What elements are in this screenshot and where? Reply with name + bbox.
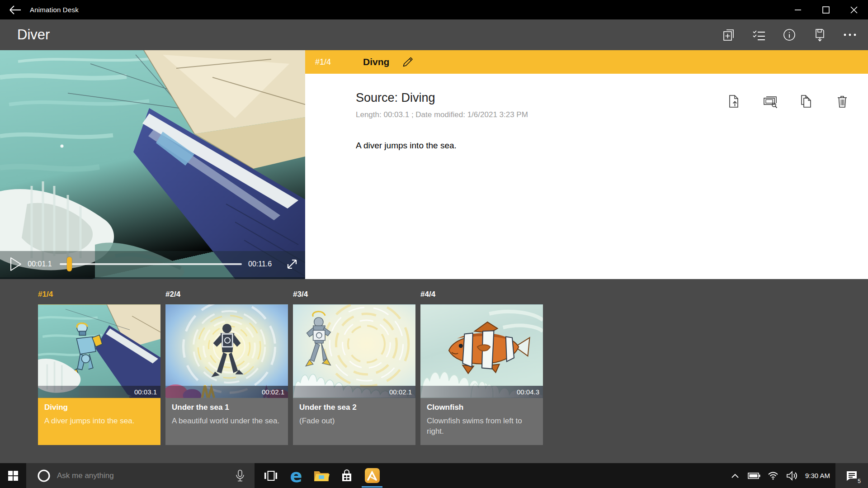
delete-icon <box>835 94 849 109</box>
more-icon <box>843 33 857 37</box>
fullscreen-button[interactable] <box>282 254 302 275</box>
scene-preview[interactable]: 00:01.1 00:11.6 <box>0 50 305 279</box>
scene-actions <box>726 94 850 109</box>
action-center-icon <box>845 470 858 482</box>
scene-detail-body: Source: Diving Length: 00:03.1 ; Date mo… <box>305 74 868 279</box>
store-button[interactable] <box>334 463 359 488</box>
close-button[interactable] <box>840 0 868 19</box>
card-duration: 00:02.1 <box>165 386 288 398</box>
notification-count-badge: 5 <box>858 478 861 484</box>
add-scene-button[interactable] <box>719 23 739 47</box>
delete-scene-button[interactable] <box>835 94 850 109</box>
file-explorer-button[interactable] <box>309 463 334 488</box>
animation-desk-window: Animation Desk Diver <box>0 0 868 488</box>
scene-card-diving[interactable]: #1/4 <box>38 290 160 463</box>
wifi-button[interactable] <box>764 463 783 488</box>
scene-card-under-the-sea-2[interactable]: #3/4 <box>293 290 415 463</box>
export-frames-button[interactable] <box>726 94 741 109</box>
animation-desk-taskbar-button[interactable] <box>359 463 385 488</box>
card-index-label: #1/4 <box>38 290 160 301</box>
total-time: 00:11.6 <box>248 260 282 268</box>
storyboard-strip: #1/4 <box>0 279 868 463</box>
card-title: Clownfish <box>427 403 537 412</box>
scene-description: A diver jumps into the sea. <box>356 141 868 151</box>
microphone-button[interactable] <box>231 467 249 485</box>
under-the-sea-1-thumbnail-art <box>165 304 288 398</box>
slider-track <box>60 263 242 265</box>
select-scenes-button[interactable] <box>749 23 769 47</box>
back-arrow-icon <box>7 4 23 16</box>
tray-chevron-button[interactable] <box>726 463 745 488</box>
card-description: A diver jumps into the sea. <box>44 416 154 426</box>
active-app-indicator <box>362 486 382 488</box>
maximize-icon <box>822 6 830 14</box>
card-thumbnail: 00:02.1 <box>293 304 415 398</box>
scene-index-label: #1/4 <box>315 57 331 67</box>
project-title: Diver <box>17 27 50 43</box>
battery-button[interactable] <box>745 463 764 488</box>
search-placeholder: Ask me anything <box>57 471 231 480</box>
card-index-label: #2/4 <box>165 290 288 301</box>
fullscreen-icon <box>285 257 299 271</box>
close-icon <box>850 6 858 14</box>
timeline-slider[interactable] <box>60 257 242 271</box>
card-footer: Under the sea 2 (Fade out) <box>293 398 415 445</box>
select-list-icon <box>752 28 766 42</box>
card-title: Under the sea 2 <box>299 403 409 412</box>
scene-card-under-the-sea-1[interactable]: #2/4 <box>165 290 288 463</box>
minimize-button[interactable] <box>784 0 812 19</box>
file-explorer-icon <box>313 469 330 483</box>
chevron-up-icon <box>731 473 739 479</box>
card-duration: 00:02.1 <box>293 386 415 398</box>
card-description: (Fade out) <box>299 416 409 426</box>
wifi-icon <box>768 471 778 480</box>
app-title: Animation Desk <box>30 6 79 14</box>
back-button[interactable] <box>0 0 30 19</box>
current-time: 00:01.1 <box>24 260 56 268</box>
scene-card-clownfish[interactable]: #4/4 <box>420 290 543 463</box>
title-bar: Animation Desk <box>0 0 868 19</box>
taskbar-clock[interactable]: 9:30 AM <box>802 463 835 488</box>
slider-thumb[interactable] <box>67 257 72 271</box>
card-footer: Diving A diver jumps into the sea. <box>38 398 160 445</box>
scene-name: Divng <box>363 57 389 67</box>
card-thumbnail: 00:02.1 <box>165 304 288 398</box>
card-index-label: #4/4 <box>420 290 543 301</box>
edge-button[interactable]: e <box>283 463 309 488</box>
start-button[interactable] <box>0 463 26 488</box>
player-controls: 00:01.1 00:11.6 <box>0 251 305 279</box>
preview-frames-icon <box>762 94 778 109</box>
duplicate-scene-button[interactable] <box>798 94 814 109</box>
task-view-icon <box>264 470 278 482</box>
export-project-button[interactable] <box>810 23 830 47</box>
rename-scene-button[interactable] <box>400 54 415 70</box>
card-duration: 00:04.3 <box>420 386 543 398</box>
cortana-search-box[interactable]: Ask me anything <box>26 463 255 488</box>
cortana-icon <box>37 469 51 483</box>
export-frames-icon <box>727 94 741 109</box>
maximize-button[interactable] <box>812 0 840 19</box>
volume-icon <box>786 471 798 481</box>
card-footer: Under the sea 1 A beautiful world under … <box>165 398 288 445</box>
under-the-sea-2-thumbnail-art <box>293 304 415 398</box>
command-bar: Diver <box>0 19 868 50</box>
preview-frames-button[interactable] <box>762 94 778 109</box>
task-view-button[interactable] <box>258 463 283 488</box>
animation-desk-icon <box>365 468 380 483</box>
card-footer: Clownfish Clownfish swims from left to r… <box>420 398 543 445</box>
scene-preview-artwork <box>0 50 305 279</box>
info-icon <box>783 28 796 42</box>
card-duration: 00:03.1 <box>38 386 160 398</box>
edit-pencil-icon <box>401 56 414 68</box>
card-index-label: #3/4 <box>293 290 415 301</box>
action-center-button[interactable]: 5 <box>835 463 868 488</box>
volume-button[interactable] <box>783 463 802 488</box>
minimize-icon <box>794 6 802 14</box>
microphone-icon <box>235 469 245 482</box>
add-scene-icon <box>722 28 736 42</box>
info-button[interactable] <box>779 23 799 47</box>
scene-detail-header: #1/4 Divng <box>305 50 868 74</box>
more-button[interactable] <box>840 23 860 47</box>
windows-taskbar: Ask me anything e <box>0 463 868 488</box>
play-button[interactable] <box>8 256 24 272</box>
